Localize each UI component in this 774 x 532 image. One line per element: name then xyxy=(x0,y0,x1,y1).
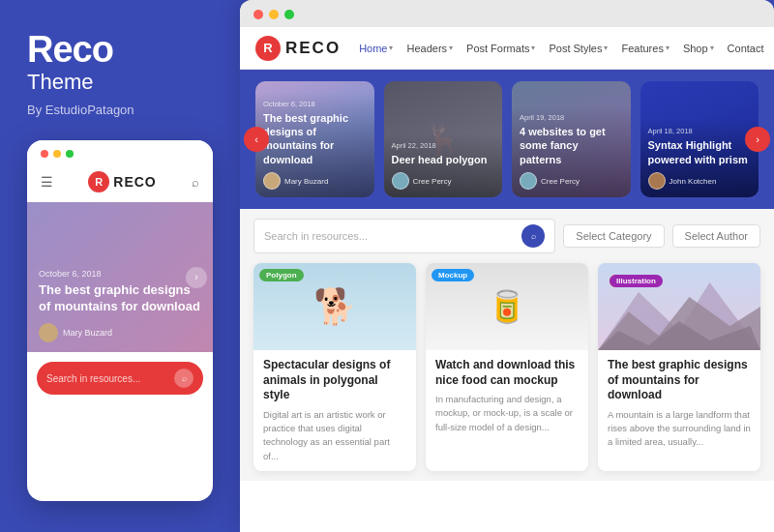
card-1-title: Spectacular designs of animals in polygo… xyxy=(263,358,406,403)
mobile-search-bar: Search in resources... ⌕ xyxy=(37,362,203,395)
slide-1-author-name: Mary Buzard xyxy=(284,177,328,186)
slide-4-author-name: John Kotchen xyxy=(670,177,717,186)
search-row: Search in resources... ⌕ Select Category… xyxy=(253,219,760,253)
mobile-hero-date: October 6, 2018 xyxy=(39,269,201,279)
card-1-excerpt: Digital art is an artistic work or pract… xyxy=(263,408,406,463)
slider-prev-button[interactable]: ‹ xyxy=(244,127,269,152)
slide-card-2: 🦌 April 22, 2018 Deer head polygon Cree … xyxy=(384,81,503,197)
mobile-logo-text: RECO xyxy=(113,174,156,190)
mobile-mockup: ☰ R RECO ⌕ ‹ October 6, 2018 The best gr… xyxy=(27,140,213,501)
site-nav-links: Home ▾ Headers ▾ Post Formats ▾ Post Sty… xyxy=(352,43,770,54)
browser-dot-yellow xyxy=(269,10,279,19)
card-1-badge: Polygon xyxy=(259,269,304,281)
slide-1-title: The best graphic designs of mountains fo… xyxy=(263,111,367,166)
slide-3-date: April 19, 2018 xyxy=(520,113,623,122)
search-input[interactable]: Search in resources... xyxy=(264,230,516,242)
site-nav: R RECO Home ▾ Headers ▾ Post Formats ▾ P… xyxy=(240,27,774,70)
card-2-body: Watch and download this nice food can mo… xyxy=(426,350,588,442)
slide-1-author: Mary Buzard xyxy=(263,172,367,190)
mobile-dots xyxy=(27,140,213,165)
card-3-image: Featured Illustration xyxy=(598,263,760,350)
card-2-title: Watch and download this nice food can mo… xyxy=(435,358,579,388)
slide-3-author-name: Cree Percy xyxy=(541,177,580,186)
card-3-body: The best graphic designs of mountains fo… xyxy=(598,350,760,458)
mobile-dot-green xyxy=(66,150,74,158)
slide-2-overlay: April 22, 2018 Deer head polygon Cree Pe… xyxy=(384,133,503,197)
card-2-excerpt: In manufacturing and design, a mockup, o… xyxy=(435,393,579,434)
slide-4-overlay: April 18, 2018 Syntax Highlight powered … xyxy=(640,119,759,197)
slide-2-title: Deer head polygon xyxy=(392,153,495,166)
mobile-search-input-label[interactable]: Search in resources... xyxy=(46,373,168,384)
card-1-image: 🐕 Polygon xyxy=(253,263,416,350)
slide-1-overlay: October 6, 2018 The best graphic designs… xyxy=(255,92,374,197)
slide-card-3: April 19, 2018 4 websites to get some fa… xyxy=(512,81,631,197)
slide-4-author: John Kotchen xyxy=(648,172,752,190)
card-3-badge-illustration: Illustration xyxy=(610,275,663,287)
nav-link-post-styles[interactable]: Post Styles ▾ xyxy=(542,43,614,54)
card-3-excerpt: A mountain is a large landform that rise… xyxy=(608,408,751,450)
slider-next-button[interactable]: › xyxy=(745,127,770,152)
nav-link-post-formats[interactable]: Post Formats ▾ xyxy=(460,43,542,54)
brand-title: Reco xyxy=(27,31,213,68)
mobile-search-icon[interactable]: ⌕ xyxy=(192,175,199,190)
slide-4-title: Syntax Highlight powered with prism xyxy=(648,138,752,166)
mobile-hero-content: October 6, 2018 The best graphic designs… xyxy=(27,259,213,352)
mobile-next-button[interactable]: › xyxy=(186,267,207,288)
slide-1-avatar xyxy=(263,172,281,190)
card-3-title: The best graphic designs of mountains fo… xyxy=(608,358,751,403)
slide-card-1: October 6, 2018 The best graphic designs… xyxy=(255,81,374,197)
slide-4-date: April 18, 2018 xyxy=(648,127,752,135)
search-icon-btn[interactable]: 🔍 xyxy=(771,37,774,60)
browser-panel: R RECO Home ▾ Headers ▾ Post Formats ▾ P… xyxy=(240,0,774,532)
nav-link-home[interactable]: Home ▾ xyxy=(352,43,400,54)
slide-3-author: Cree Percy xyxy=(520,172,623,190)
card-1-body: Spectacular designs of animals in polygo… xyxy=(253,350,416,471)
browser-dot-red xyxy=(253,10,263,19)
nav-features-arrow: ▾ xyxy=(666,44,670,52)
nav-home-arrow: ▾ xyxy=(389,44,393,52)
mobile-dot-yellow xyxy=(53,150,61,158)
slide-1-date: October 6, 2018 xyxy=(263,100,367,108)
browser-dot-green xyxy=(284,10,294,19)
author-filter[interactable]: Select Author xyxy=(672,224,760,248)
slide-4-avatar xyxy=(648,172,666,190)
browser-content: R RECO Home ▾ Headers ▾ Post Formats ▾ P… xyxy=(240,27,774,532)
card-2-image: 🥫 Mockup xyxy=(426,263,588,350)
mobile-hero-title: The best graphic designs of mountains fo… xyxy=(39,282,201,315)
hero-slider: ‹ October 6, 2018 The best graphic desig… xyxy=(240,70,774,209)
nav-link-shop[interactable]: Shop ▾ xyxy=(676,43,721,54)
slide-2-author: Cree Percy xyxy=(392,172,495,190)
slide-3-avatar xyxy=(520,172,537,190)
mobile-hero-author: Mary Buzard xyxy=(39,323,201,342)
slide-2-date: April 22, 2018 xyxy=(392,141,495,150)
nav-formats-arrow: ▾ xyxy=(531,44,535,52)
content-area: Search in resources... ⌕ Select Category… xyxy=(240,209,774,481)
mobile-hero: ‹ October 6, 2018 The best graphic desig… xyxy=(27,202,213,352)
brand-by: By EstudioPatagon xyxy=(27,103,213,117)
browser-chrome xyxy=(240,0,774,27)
hamburger-icon[interactable]: ☰ xyxy=(41,174,53,190)
card-2-badge: Mockup xyxy=(432,269,474,281)
nav-link-features[interactable]: Features ▾ xyxy=(614,43,675,54)
slide-2-avatar xyxy=(392,172,409,190)
mobile-author-name: Mary Buzard xyxy=(63,328,112,338)
slide-card-4: April 18, 2018 Syntax Highlight powered … xyxy=(640,81,759,197)
nav-link-headers[interactable]: Headers ▾ xyxy=(400,43,460,54)
category-filter[interactable]: Select Category xyxy=(563,224,664,248)
left-panel: Reco Theme By EstudioPatagon ☰ R RECO ⌕ … xyxy=(0,0,240,532)
post-card-2: 🥫 Mockup Watch and download this nice fo… xyxy=(426,263,588,471)
slide-2-author-name: Cree Percy xyxy=(413,177,452,186)
nav-headers-arrow: ▾ xyxy=(449,44,453,52)
mobile-logo: R RECO xyxy=(88,171,156,192)
search-go-button[interactable]: ⌕ xyxy=(521,224,545,248)
brand-subtitle: Theme xyxy=(27,70,213,95)
mobile-search-button[interactable]: ⌕ xyxy=(174,369,194,388)
slide-3-title: 4 websites to get some fancy patterns xyxy=(520,125,623,166)
post-card-1: 🐕 Polygon Spectacular designs of animals… xyxy=(253,263,416,471)
nav-shop-arrow: ▾ xyxy=(710,44,714,52)
site-logo-text: RECO xyxy=(285,39,341,58)
nav-link-contact[interactable]: Contact xyxy=(721,43,771,54)
nav-icons: 🔍 🛒 f t xyxy=(771,37,774,60)
mobile-logo-icon: R xyxy=(88,171,109,192)
search-box[interactable]: Search in resources... ⌕ xyxy=(253,219,555,253)
